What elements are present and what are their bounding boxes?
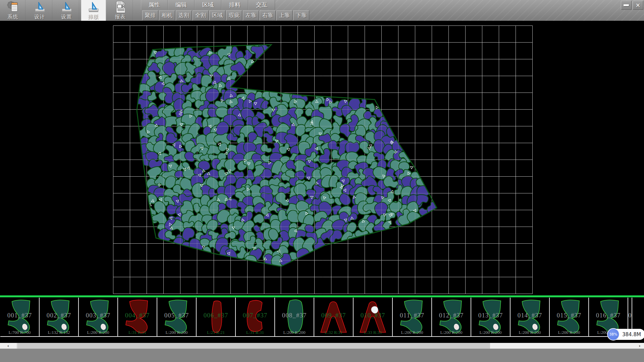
icon-button-label: 报表 — [115, 14, 126, 20]
tab-nesting[interactable]: 排料 — [221, 0, 248, 10]
scroll-left-button[interactable]: ‹ — [0, 343, 17, 349]
icon-button-label: 设置 — [61, 14, 72, 20]
button-region[interactable]: 区域 — [209, 10, 225, 20]
set-square-icon — [87, 1, 100, 13]
piece-thumbnail-list: 001_#37L:700 R:700002_#37L:132 R:132003_… — [0, 298, 644, 337]
piece-id-label: 003_#37 — [79, 312, 117, 319]
minimize-icon — [624, 4, 629, 6]
menu-tab-bar: 属性编辑区域排料交互 — [141, 0, 275, 10]
icon-button-design[interactable]: 设计 — [28, 0, 52, 21]
piece-lr-count: L:21 R:21 — [197, 330, 235, 335]
piece-lr-count: L:32 R:31 — [314, 330, 353, 335]
progress-percent: 38% — [609, 332, 617, 337]
piece-lr-count: L:200 R:200 — [511, 330, 549, 335]
piece-id-label: 007_#37 — [236, 312, 274, 319]
close-icon: ✕ — [636, 2, 640, 9]
button-align-right[interactable]: 右靠 — [260, 10, 276, 20]
piece-thumbnail[interactable]: 007_#37L:31 R:31 — [236, 298, 275, 336]
piece-id-label: 013_#37 — [471, 312, 510, 319]
nesting-canvas[interactable] — [0, 21, 644, 295]
piece-id-label: 001_#37 — [0, 312, 39, 319]
icon-button-system[interactable]: 系统 — [1, 0, 25, 21]
progress-percent-circle: 38% — [607, 328, 620, 341]
piece-id-label: 011_#37 — [393, 312, 431, 319]
icon-button-settings[interactable]: 设置 — [54, 0, 79, 21]
piece-thumbnail[interactable]: 002_#37L:132 R:132 — [40, 298, 79, 336]
window-controls: ✕ — [621, 1, 643, 10]
report-icon — [114, 1, 127, 13]
gear-notebook-icon — [6, 1, 20, 13]
piece-id-label: 005_#37 — [157, 312, 196, 319]
piece-id-label: 008_#37 — [275, 312, 314, 319]
piece-id-label: 014_#37 — [511, 312, 549, 319]
piece-thumbnail[interactable]: 003_#37L:200 R:200 — [79, 298, 118, 336]
piece-thumbnail-strip: 001_#37L:700 R:700002_#37L:132 R:132003_… — [0, 297, 644, 343]
piece-thumbnail[interactable]: 014_#37L:200 R:200 — [511, 298, 550, 336]
piece-thumbnail[interactable]: 013_#37L:200 R:200 — [471, 298, 511, 336]
piece-thumbnail[interactable]: 004_#37L:31 R:31 — [118, 298, 157, 336]
piece-lr-count: L:200 R:200 — [393, 330, 431, 335]
piece-thumbnail[interactable]: 006_#37L:21 R:21 — [197, 298, 236, 336]
piece-thumbnail[interactable]: 005_#37L:200 R:200 — [157, 298, 197, 336]
tab-edit[interactable]: 编辑 — [168, 0, 195, 10]
action-button-row: 聚排相机选割全割区域瑕疵左靠右靠上靠下靠 — [142, 10, 309, 20]
piece-lr-count: L:200 R:200 — [550, 330, 588, 335]
tab-region[interactable]: 区域 — [195, 0, 221, 10]
scrollbar-thumb[interactable] — [17, 343, 490, 349]
piece-lr-count: L:132 R:132 — [40, 330, 78, 335]
piece-thumbnail[interactable]: 008_#37L:200 R:200 — [275, 298, 314, 336]
button-align-left[interactable]: 左靠 — [243, 10, 259, 20]
minimize-button[interactable] — [621, 1, 632, 10]
tab-properties[interactable]: 属性 — [141, 0, 168, 10]
workspace — [0, 21, 644, 295]
close-button[interactable]: ✕ — [633, 1, 643, 10]
piece-lr-count: L:700 R:700 — [0, 330, 39, 335]
button-align-bottom[interactable]: 下靠 — [293, 10, 309, 20]
horizontal-scrollbar[interactable]: ‹ › — [0, 343, 644, 349]
piece-thumbnail[interactable]: 011_#37L:200 R:200 — [393, 298, 432, 336]
scroll-right-button[interactable]: › — [635, 343, 644, 349]
tab-interact[interactable]: 交互 — [248, 0, 275, 10]
piece-lr-count: L:200 R:200 — [79, 330, 117, 335]
button-defect[interactable]: 瑕疵 — [226, 10, 242, 20]
icon-button-report[interactable]: 报表 — [108, 0, 133, 21]
piece-lr-count: L:31 R:31 — [236, 330, 274, 335]
icon-button-label: 系统 — [8, 14, 18, 20]
piece-thumbnail[interactable]: 010_#37L:33 R:33 — [354, 298, 393, 336]
button-align-top[interactable]: 上靠 — [276, 10, 292, 20]
icon-button-nesting[interactable]: 排版 — [81, 0, 106, 21]
piece-id-label: 0 — [628, 312, 632, 319]
piece-lr-count: L:33 R:33 — [354, 330, 392, 335]
button-cut-all[interactable]: 全割 — [193, 10, 209, 20]
piece-thumbnail[interactable]: 012_#37L:200 R:200 — [432, 298, 471, 336]
piece-id-label: 002_#37 — [40, 312, 78, 319]
piece-id-label: 012_#37 — [432, 312, 471, 319]
piece-id-label: 006_#37 — [197, 312, 235, 319]
set-square-icon — [60, 1, 73, 13]
progress-badge: 38% 384.8M — [607, 329, 644, 340]
piece-thumbnail[interactable]: 001_#37L:700 R:700 — [0, 298, 40, 336]
main-toolbar: 系统设计设置排版报表 属性编辑区域排料交互 聚排相机选割全割区域瑕疵左靠右靠上靠… — [0, 0, 644, 21]
piece-lr-count: L:200 R:200 — [471, 330, 510, 335]
button-camera[interactable]: 相机 — [159, 10, 175, 20]
button-select-cut[interactable]: 选割 — [176, 10, 192, 20]
toolbar-hatch-texture — [255, 0, 644, 21]
piece-thumbnail[interactable]: 009_#37L:32 R:31 — [314, 298, 354, 336]
piece-id-label: 016_#37 — [589, 312, 628, 319]
piece-lr-count: L:31 R:31 — [118, 330, 157, 335]
piece-id-label: 004_#37 — [118, 312, 157, 319]
icon-button-label: 排版 — [88, 14, 99, 20]
button-cluster-nest[interactable]: 聚排 — [142, 10, 158, 20]
set-square-icon — [33, 1, 47, 13]
status-bar — [0, 349, 644, 362]
piece-lr-count: L:200 R:200 — [275, 330, 314, 335]
memory-usage-label: 384.8M — [622, 331, 641, 338]
piece-lr-count: L:200 R:200 — [432, 330, 471, 335]
piece-id-label: 009_#37 — [314, 312, 353, 319]
piece-lr-count: L:200 R:200 — [157, 330, 196, 335]
icon-button-label: 设计 — [35, 14, 45, 20]
piece-id-label: 015_#37 — [550, 312, 588, 319]
piece-thumbnail[interactable]: 015_#37L:200 R:200 — [550, 298, 589, 336]
piece-id-label: 010_#37 — [354, 312, 392, 319]
